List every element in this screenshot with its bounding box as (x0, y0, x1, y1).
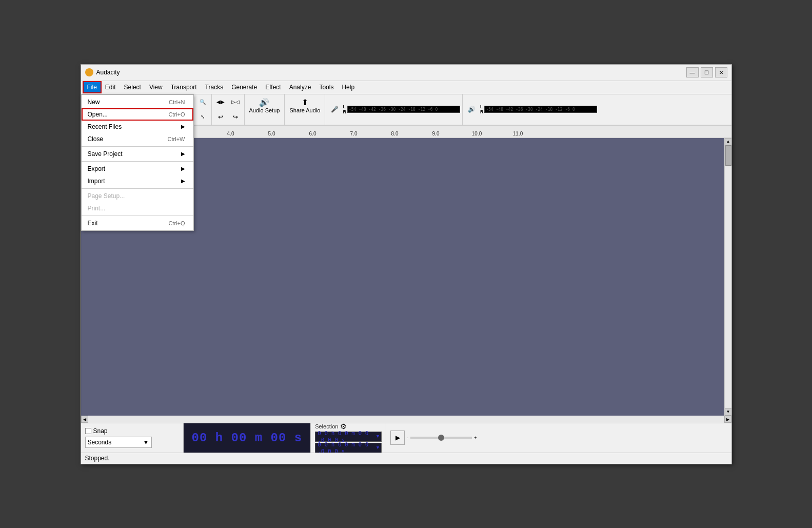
playback-vu: -54 -48 -42 -36 -30 -24 -18 -12 -6 0 (484, 106, 597, 113)
menu-bar: File Edit Select View Transport Tracks G… (81, 81, 731, 94)
ruler-mark-6: 6.0 (292, 131, 333, 136)
separator-4 (82, 216, 193, 216)
vertical-scrollbar[interactable]: ▲ ▼ (724, 138, 731, 416)
scroll-up-button[interactable]: ▲ (725, 138, 731, 145)
audacity-icon (85, 68, 93, 76)
menu-analyze[interactable]: Analyze (285, 82, 315, 93)
menu-export[interactable]: Export ▶ (82, 163, 193, 175)
menu-exit[interactable]: Exit Ctrl+Q (82, 217, 193, 229)
scroll-left-button[interactable]: ◀ (81, 416, 88, 423)
trim-button[interactable]: ◀▶ (213, 95, 228, 109)
record-vu-l: -54 -48 -42 -36 -30 -24 -18 -12 -6 0 (347, 106, 460, 113)
silence-button[interactable]: ▷◁ (228, 95, 243, 109)
menu-page-setup: Page Setup... (82, 190, 193, 202)
menu-generate[interactable]: Generate (227, 82, 261, 93)
menu-help[interactable]: Help (338, 82, 359, 93)
close-button[interactable]: ✕ (715, 67, 727, 77)
menu-close[interactable]: Close Ctrl+W (82, 133, 193, 145)
ruler-mark-8: 8.0 (374, 131, 415, 136)
speed-slider: - + (407, 435, 477, 440)
menu-recent-files[interactable]: Recent Files ▶ (82, 121, 193, 133)
menu-tools[interactable]: Tools (315, 82, 338, 93)
menu-print: Print... (82, 202, 193, 214)
selection-end-row: 0 0 h 0 0 m 0 0 .0 0 0 s ▼ (315, 443, 382, 453)
speed-plus-icon: + (474, 435, 477, 440)
selection-section: Selection ⚙ 0 0 h 0 0 m 0 0 .0 0 0 s ▼ 0… (311, 423, 386, 453)
window-controls: — ☐ ✕ (686, 67, 727, 77)
selection-gear-icon[interactable]: ⚙ (340, 422, 347, 431)
redo-button[interactable]: ↪ (228, 110, 243, 124)
window-title: Audacity (96, 69, 120, 76)
snap-checkbox[interactable] (85, 428, 91, 434)
playback-controls: ▶ - + (386, 423, 481, 453)
status-bar: Stopped. (81, 453, 731, 464)
zoom-out-button[interactable]: 🔍 (195, 95, 210, 109)
playback-lr-label: LR (480, 104, 484, 114)
ruler-mark-5: 5.0 (251, 131, 292, 136)
horizontal-scrollbar[interactable]: ◀ ▶ (81, 416, 731, 423)
fit-width-button[interactable]: ⤡ (195, 110, 210, 124)
menu-save-project[interactable]: Save Project ▶ (82, 148, 193, 160)
speed-minus-icon: - (407, 435, 408, 440)
menu-new[interactable]: New Ctrl+N (82, 96, 193, 108)
timer-display: 00 h 00 m 00 s (184, 423, 311, 453)
share-icon: ⬆ (302, 97, 308, 107)
h-scroll-track[interactable] (88, 416, 724, 423)
speed-slider-thumb[interactable] (438, 435, 444, 441)
menu-transport[interactable]: Transport (167, 82, 201, 93)
speaker-icon: 🔊 (259, 97, 269, 107)
menu-open[interactable]: Open... Ctrl+O (82, 108, 193, 121)
audacity-window: Audacity — ☐ ✕ File Edit Select View Tra… (81, 64, 732, 464)
ruler-mark-9: 9.0 (415, 131, 457, 136)
undo-button[interactable]: ↩ (213, 110, 228, 124)
share-audio-button[interactable]: ⬆ Share Audio (285, 94, 325, 117)
ruler-mark-7: 7.0 (333, 131, 374, 136)
snap-section: Snap Seconds ▼ (81, 423, 184, 453)
scroll-thumb[interactable] (725, 145, 731, 166)
audio-setup-button[interactable]: 🔊 Audio Setup (245, 94, 285, 117)
scroll-right-button[interactable]: ▶ (724, 416, 731, 423)
title-bar: Audacity — ☐ ✕ (81, 65, 731, 81)
share-audio-label: Share Audio (289, 107, 320, 113)
separator-3 (82, 188, 193, 189)
ruler-mark-11: 11.0 (498, 131, 539, 136)
speed-slider-track[interactable] (410, 437, 472, 439)
ruler-mark-10: 10.0 (457, 131, 498, 136)
menu-tracks[interactable]: Tracks (201, 82, 228, 93)
seconds-label: Seconds (88, 439, 112, 446)
snap-label: Snap (93, 427, 108, 435)
record-lr-label: LR (343, 104, 346, 114)
dropdown-arrow-icon: ▼ (143, 439, 149, 446)
record-meter-button[interactable]: 🎤 (327, 102, 342, 116)
menu-file[interactable]: File (83, 82, 101, 93)
bottom-bar: Snap Seconds ▼ 00 h 00 m 00 s Selection … (81, 423, 731, 453)
title-bar-left: Audacity (85, 68, 120, 76)
snap-row: Snap (85, 427, 179, 435)
selection-label: Selection (315, 423, 338, 429)
selection-start-row: 0 0 h 0 0 m 0 0 .0 0 0 s ▼ (315, 432, 382, 442)
ruler-mark-4: 4.0 (210, 131, 251, 136)
selection-end-field[interactable]: 0 0 h 0 0 m 0 0 .0 0 0 s ▼ (315, 443, 382, 453)
separator-1 (82, 146, 193, 147)
menu-select[interactable]: Select (120, 82, 145, 93)
separator-2 (82, 161, 193, 162)
playback-meter-button[interactable]: 🔊 (465, 102, 479, 116)
status-text: Stopped. (85, 455, 110, 462)
scroll-down-button[interactable]: ▼ (725, 408, 731, 416)
seconds-dropdown[interactable]: Seconds ▼ (85, 437, 152, 448)
minimize-button[interactable]: — (686, 67, 699, 77)
menu-view[interactable]: View (145, 82, 167, 93)
selection-start-field[interactable]: 0 0 h 0 0 m 0 0 .0 0 0 s ▼ (315, 432, 382, 442)
audio-setup-label: Audio Setup (249, 107, 280, 113)
scroll-track[interactable] (725, 145, 731, 408)
menu-import[interactable]: Import ▶ (82, 175, 193, 187)
menu-effect[interactable]: Effect (261, 82, 285, 93)
file-dropdown-menu: New Ctrl+N Open... Ctrl+O Recent Files ▶… (81, 94, 194, 231)
menu-edit[interactable]: Edit (101, 82, 120, 93)
maximize-button[interactable]: ☐ (701, 67, 713, 77)
bottom-play-button[interactable]: ▶ (390, 431, 405, 445)
timer-value: 00 h 00 m 00 s (192, 431, 303, 445)
